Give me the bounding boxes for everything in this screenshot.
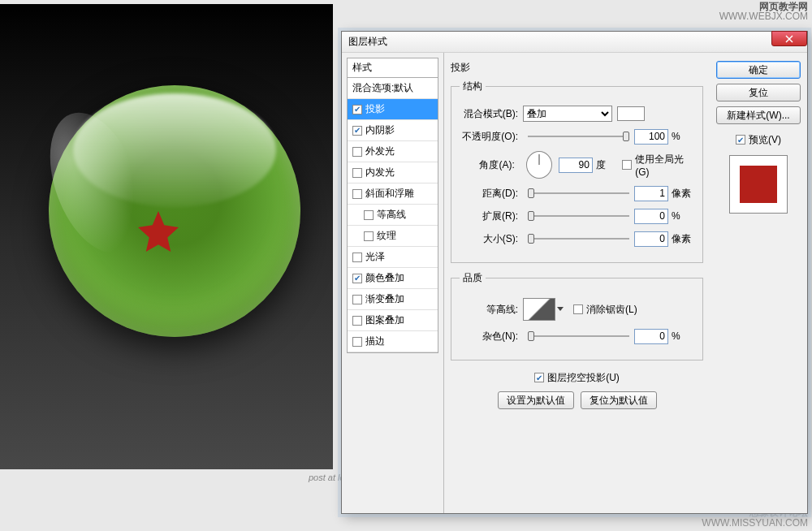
size-unit: 像素 [672,232,694,246]
style-item[interactable]: 光泽 [348,247,438,268]
style-item[interactable]: 混合选项:默认 [348,78,438,99]
knockout-row: 图层挖空投影(U) [451,369,703,386]
shadow-color-swatch[interactable] [617,106,645,121]
contour-label: 等高线: [460,303,523,317]
global-light-label: 使用全局光(G) [635,153,694,178]
panel-title: 投影 [451,61,703,75]
style-label: 内阴影 [365,123,395,137]
reset-default-button[interactable]: 复位为默认值 [581,391,657,409]
noise-label: 杂色(N): [460,330,523,343]
style-label: 描边 [365,335,385,348]
style-item[interactable]: 描边 [348,331,438,352]
size-input[interactable] [634,231,668,247]
style-label: 斜面和浮雕 [365,187,414,201]
settings-column: 投影 结构 混合模式(B): 叠加 不透明度(O): % 角度(A): [444,53,710,513]
watermark-tr-url: WWW.WEBJX.COM [719,11,808,21]
style-item[interactable]: 等高线 [348,205,438,226]
angle-row: 角度(A): 度 使用全局光(G) [460,150,694,179]
noise-unit: % [672,330,694,342]
style-item[interactable]: 颜色叠加 [348,268,438,289]
knockout-checkbox[interactable] [534,373,544,382]
contour-picker[interactable] [523,298,555,321]
dialog-body: 样式 混合选项:默认投影内阴影外发光内发光斜面和浮雕等高线纹理光泽颜色叠加渐变叠… [342,53,807,513]
spread-row: 扩展(R): % [460,207,694,225]
style-item[interactable]: 外发光 [348,141,438,162]
style-item[interactable]: 斜面和浮雕 [348,183,438,205]
spread-slider[interactable] [528,209,629,223]
opacity-slider[interactable] [528,129,629,144]
layer-style-dialog: 图层样式 样式 混合选项:默认投影内阴影外发光内发光斜面和浮雕等高线纹理光泽颜色… [341,31,808,514]
style-label: 图案叠加 [365,313,404,327]
cancel-button[interactable]: 复位 [716,84,801,101]
style-checkbox[interactable] [352,253,362,262]
distance-input[interactable] [634,186,668,201]
close-icon [785,35,793,43]
noise-slider[interactable] [528,329,629,343]
style-item[interactable]: 渐变叠加 [348,289,438,310]
style-item[interactable]: 投影 [348,99,438,120]
style-checkbox[interactable] [352,147,362,157]
style-label: 纹理 [377,229,396,243]
noise-input[interactable] [634,329,668,344]
quality-fieldset: 品质 等高线: 消除锯齿(L) 杂色(N): % [451,271,703,360]
style-checkbox[interactable] [352,295,362,304]
style-label: 颜色叠加 [365,271,404,285]
blend-mode-select[interactable]: 叠加 [523,106,612,122]
angle-input[interactable] [559,158,593,173]
style-label: 投影 [365,102,385,116]
distance-unit: 像素 [672,187,694,201]
opacity-row: 不透明度(O): % [460,127,694,145]
styles-column: 样式 混合选项:默认投影内阴影外发光内发光斜面和浮雕等高线纹理光泽颜色叠加渐变叠… [342,53,444,513]
style-label: 渐变叠加 [365,292,404,306]
size-row: 大小(S): 像素 [460,230,694,248]
green-ball-artwork [49,85,300,337]
knockout-label: 图层挖空投影(U) [547,371,620,385]
ok-button[interactable]: 确定 [716,61,801,79]
style-item[interactable]: 内阴影 [348,120,438,141]
opacity-input[interactable] [634,129,668,145]
distance-label: 距离(D): [460,187,523,201]
style-checkbox[interactable] [352,105,362,114]
dialog-title: 图层样式 [348,35,387,49]
styles-header: 样式 [347,58,438,77]
preview-label: 预览(V) [749,133,781,147]
style-checkbox[interactable] [352,337,362,347]
set-default-button[interactable]: 设置为默认值 [498,391,574,409]
style-checkbox[interactable] [352,274,362,283]
style-checkbox[interactable] [352,126,362,136]
style-item[interactable]: 图案叠加 [348,310,438,331]
distance-slider[interactable] [528,186,629,201]
canvas-background [0,4,333,469]
default-buttons-row: 设置为默认值 复位为默认值 [451,391,703,409]
style-item[interactable]: 纹理 [348,226,438,247]
preview-checkbox[interactable] [736,135,745,145]
angle-dial[interactable] [526,151,552,179]
side-column: 确定 复位 新建样式(W)... 预览(V) [710,53,807,513]
preview-swatch [740,166,777,203]
star-icon [134,207,183,256]
global-light-checkbox[interactable] [622,160,632,170]
style-checkbox[interactable] [364,231,374,241]
watermark-top-right: 网页教学网 WWW.WEBJX.COM [719,2,808,21]
close-button[interactable] [771,31,807,46]
chevron-down-icon [557,307,564,311]
style-checkbox[interactable] [364,210,374,220]
style-checkbox[interactable] [352,189,362,199]
preview-box [729,155,788,214]
size-slider[interactable] [528,231,629,246]
antialias-checkbox[interactable] [573,304,583,314]
new-style-button[interactable]: 新建样式(W)... [716,106,801,124]
angle-label: 角度(A): [460,158,520,172]
style-checkbox[interactable] [352,316,362,326]
style-label: 外发光 [365,145,395,158]
spread-input[interactable] [634,209,668,224]
structure-legend: 结构 [460,80,486,93]
spread-unit: % [672,210,694,222]
style-label: 内发光 [365,166,395,179]
antialias-label: 消除锯齿(L) [586,303,637,317]
dialog-titlebar[interactable]: 图层样式 [342,32,807,53]
style-item[interactable]: 内发光 [348,162,438,183]
style-checkbox[interactable] [352,168,362,178]
quality-legend: 品质 [460,271,486,285]
size-label: 大小(S): [460,232,523,246]
